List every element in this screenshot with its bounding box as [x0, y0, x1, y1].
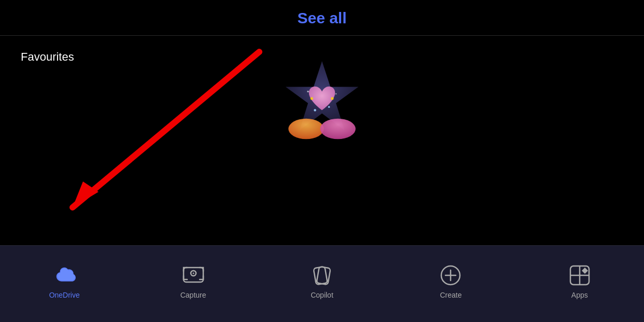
svg-point-5	[314, 109, 316, 111]
svg-point-3	[311, 97, 313, 100]
tab-bar: OneDrive Capture	[0, 245, 644, 322]
svg-point-13	[192, 272, 194, 274]
svg-point-2	[320, 119, 355, 139]
create-icon	[439, 264, 462, 287]
page-title[interactable]: See all	[297, 9, 346, 26]
copilot-icon	[311, 264, 333, 287]
main-content: Favourites	[0, 36, 644, 64]
section-label: Favourites	[21, 50, 74, 63]
svg-rect-15	[316, 266, 330, 284]
capture-icon	[182, 264, 205, 287]
tab-apps[interactable]: Apps	[515, 264, 644, 299]
apps-icon	[568, 264, 591, 287]
tab-onedrive-label: OneDrive	[49, 291, 80, 299]
tab-create-label: Create	[440, 291, 461, 299]
svg-point-6	[328, 106, 330, 108]
tab-capture[interactable]: Capture	[129, 264, 257, 299]
svg-point-8	[335, 93, 337, 95]
svg-point-1	[288, 119, 324, 139]
svg-point-4	[331, 97, 333, 100]
onedrive-icon	[53, 264, 76, 287]
svg-point-7	[307, 91, 309, 93]
tab-create[interactable]: Create	[386, 264, 515, 299]
header: See all	[0, 0, 644, 36]
tab-copilot[interactable]: Copilot	[258, 264, 386, 299]
svg-marker-10	[73, 181, 99, 207]
featured-app-icon[interactable]	[275, 57, 369, 150]
tab-apps-label: Apps	[571, 291, 588, 299]
svg-rect-14	[313, 266, 327, 284]
red-arrow-indicator	[31, 41, 290, 239]
tab-onedrive[interactable]: OneDrive	[0, 264, 129, 299]
svg-line-9	[73, 52, 259, 207]
tab-copilot-label: Copilot	[311, 291, 333, 299]
tab-capture-label: Capture	[180, 291, 206, 299]
